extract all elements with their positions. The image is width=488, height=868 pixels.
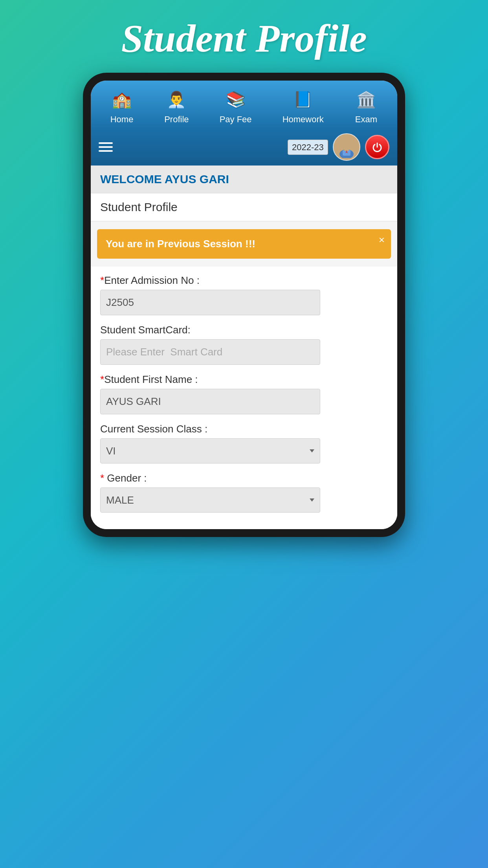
section-title-bar: Student Profile (91, 193, 397, 221)
gender-required-star: * (100, 472, 107, 484)
alert-message: You are in Previous Session !!! (106, 238, 255, 250)
first-name-input[interactable] (100, 389, 320, 414)
nav-exam[interactable]: 🏛️ Exam (354, 88, 378, 125)
admission-no-group: *Enter Admission No : (100, 274, 388, 315)
admission-no-input[interactable] (100, 290, 320, 315)
smart-card-label: Student SmartCard: (100, 324, 388, 336)
alert-close-button[interactable]: × (379, 234, 385, 246)
nav-home[interactable]: 🏫 Home (110, 88, 134, 125)
nav-homework[interactable]: 📘 Homework (283, 88, 324, 125)
header-right: 2022-23 2021-22 2023-24 (288, 133, 389, 161)
admission-required-star: * (100, 274, 104, 286)
nav-bar: 🏫 Home 👨‍💼 Profile 📚 Pay Fee 📘 Homework … (91, 81, 397, 129)
smart-card-group: Student SmartCard: (100, 324, 388, 365)
exam-icon: 🏛️ (354, 88, 378, 111)
nav-profile[interactable]: 👨‍💼 Profile (164, 88, 189, 125)
nav-payfee-label: Pay Fee (220, 114, 252, 125)
phone-screen: 🏫 Home 👨‍💼 Profile 📚 Pay Fee 📘 Homework … (91, 81, 397, 529)
page-header: Student Profile (121, 0, 367, 73)
gender-select[interactable]: MALE FEMALE (100, 487, 320, 513)
gender-group: * Gender : MALE FEMALE (100, 472, 388, 513)
session-class-select[interactable]: VI VII VIII IX X (100, 438, 320, 463)
section-title: Student Profile (100, 200, 178, 213)
welcome-bar: WELCOME AYUS GARI (91, 166, 397, 193)
first-name-required-star: * (100, 373, 104, 385)
power-button[interactable] (365, 135, 389, 159)
nav-profile-label: Profile (164, 114, 189, 125)
gender-label: * Gender : (100, 472, 388, 484)
hamburger-line-2 (99, 146, 113, 148)
session-class-label: Current Session Class : (100, 423, 388, 435)
header-bar: 2022-23 2021-22 2023-24 (91, 129, 397, 166)
nav-payfee[interactable]: 📚 Pay Fee (220, 88, 252, 125)
nav-home-label: Home (110, 114, 134, 125)
admission-no-label: *Enter Admission No : (100, 274, 388, 287)
profile-icon: 👨‍💼 (165, 88, 188, 111)
nav-exam-label: Exam (355, 114, 377, 125)
avatar (333, 133, 360, 161)
first-name-group: *Student First Name : (100, 373, 388, 414)
smart-card-input[interactable] (100, 339, 320, 365)
phone-device: 🏫 Home 👨‍💼 Profile 📚 Pay Fee 📘 Homework … (83, 73, 405, 537)
alert-banner: You are in Previous Session !!! × (97, 229, 391, 259)
payfee-icon: 📚 (224, 88, 248, 111)
hamburger-menu[interactable] (99, 142, 113, 152)
page-title: Student Profile (121, 0, 367, 73)
session-class-group: Current Session Class : VI VII VIII IX X (100, 423, 388, 463)
welcome-text: WELCOME AYUS GARI (100, 173, 229, 186)
first-name-label: *Student First Name : (100, 373, 388, 386)
session-select[interactable]: 2022-23 2021-22 2023-24 (288, 140, 328, 155)
home-icon: 🏫 (110, 88, 134, 111)
form-area: *Enter Admission No : Student SmartCard:… (91, 267, 397, 529)
hamburger-line-3 (99, 150, 113, 152)
homework-icon: 📘 (291, 88, 315, 111)
hamburger-line-1 (99, 142, 113, 144)
nav-homework-label: Homework (283, 114, 324, 125)
content-area: WELCOME AYUS GARI Student Profile You ar… (91, 166, 397, 529)
